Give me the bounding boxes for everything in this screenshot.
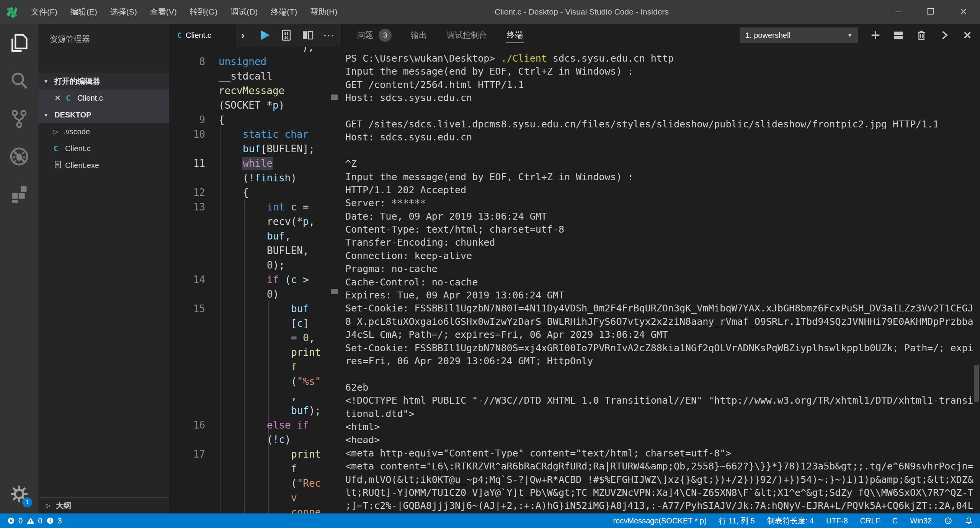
terminal-scrollbar[interactable] (974, 365, 979, 402)
token (285, 201, 291, 213)
line-number: 13 (169, 200, 205, 214)
panel-tab-输出[interactable]: 输出 (410, 24, 428, 47)
activity-bar-item-search[interactable] (0, 62, 38, 99)
status-item[interactable]: C (892, 517, 898, 525)
token: int (267, 201, 285, 213)
terminal-line: GET /sites/sdcs.live1.dpcms8.sysu.edu.cn… (345, 118, 980, 131)
status-warning-triangle[interactable]: 0 (26, 517, 42, 525)
scrollbar-marker[interactable] (331, 289, 338, 294)
code-text: print (291, 447, 321, 461)
status-item[interactable]: Win32 (910, 517, 932, 525)
terminal-line: <head> (345, 433, 980, 447)
minimize-button[interactable]: ─ (881, 0, 914, 24)
token: c (291, 201, 297, 213)
restore-button[interactable]: ❐ (914, 0, 947, 24)
close-panel-button[interactable] (962, 29, 973, 41)
code-editor[interactable]: );8unsigned__stdcallrecvMessage(SOCKET *… (169, 47, 341, 513)
open-editor-item-clientc[interactable]: ✕ C Client.c (38, 90, 169, 106)
menu-item[interactable]: 终端(T) (264, 0, 304, 24)
title-bar: 文件(F)编辑(E)选择(S)查看(V)转到(G)调试(D)终端(T)帮助(H)… (0, 0, 980, 24)
code-line: f (169, 360, 341, 374)
code-line: [c] (169, 316, 341, 331)
code-text: buf, (267, 229, 291, 243)
settings-badge: 1 (22, 497, 32, 507)
outline-section-header[interactable]: ▷ 大纲 (38, 497, 169, 513)
split-terminal-button[interactable] (893, 29, 904, 41)
panel-tab-调试控制台[interactable]: 调试控制台 (446, 24, 488, 47)
debug-disabled-icon (9, 147, 29, 166)
close-button[interactable]: ✕ (947, 0, 980, 24)
activity-bar-item-debug-disabled[interactable] (0, 137, 38, 175)
code-line: = 0, (169, 331, 341, 345)
panel-tab-label: 调试控制台 (446, 28, 488, 43)
open-editors-section-header[interactable]: ▾ 打开的编辑器 (38, 73, 169, 90)
terminal-line: lt;RUQt]-Y]OMM/TU1CZ0_V]aY@`Y]t_Pb\W&gt;… (345, 486, 980, 499)
file-item-Client.c[interactable]: CClient.c (38, 140, 169, 157)
status-error-circle[interactable]: 0 (7, 517, 23, 525)
split-editor-button[interactable] (302, 29, 314, 41)
new-terminal-button[interactable] (870, 29, 881, 41)
menu-item[interactable]: 编辑(E) (64, 0, 104, 24)
code-line: __stdcall (169, 69, 341, 83)
token: c (297, 318, 303, 329)
menu-item[interactable]: 查看(V) (144, 0, 183, 24)
line-number: 10 (169, 127, 205, 142)
settings-gear-button[interactable]: 1 (0, 477, 38, 511)
source-control-icon (9, 109, 29, 129)
code-text: print (291, 345, 321, 360)
menu-item[interactable]: 转到(G) (183, 0, 224, 24)
code-text: { (243, 185, 249, 200)
window-title: Client.c - Desktop - Visual Studio Code … (495, 0, 669, 24)
token: = (297, 201, 309, 213)
kill-terminal-trash-button[interactable] (916, 29, 927, 41)
maximize-panel-chevron-icon[interactable] (939, 29, 950, 41)
status-item[interactable]: recvMessage(SOCKET * p) (613, 517, 706, 525)
menu-item[interactable]: 调试(D) (224, 0, 264, 24)
close-file-icon[interactable]: ✕ (54, 93, 66, 103)
terminal-output[interactable]: PS C:\Users\wukan\Desktop> ./Client sdcs… (341, 47, 980, 513)
activity-bar-item-explorer[interactable] (0, 24, 38, 62)
file-item-.vscode[interactable]: ▷.vscode (38, 123, 169, 140)
terminal-line: Pragma: no-cache (345, 262, 980, 275)
file-label: Client.exe (65, 161, 99, 170)
status-item[interactable]: UTF-8 (826, 517, 848, 525)
panel-tab-问题[interactable]: 问题3 (356, 24, 392, 47)
panel-tab-终端[interactable]: 终端 (506, 24, 524, 47)
run-file-button[interactable] (259, 29, 271, 41)
status-smiley-button[interactable] (944, 517, 952, 525)
code-text: static char (243, 127, 309, 142)
scrollbar-marker[interactable] (331, 95, 338, 100)
file-item-Client.exe[interactable]: Client.exe (38, 157, 169, 174)
tab-clientc[interactable]: C Client.c (169, 24, 236, 47)
token: recv(* (267, 216, 303, 227)
terminal-line: <html> (345, 420, 980, 433)
workbench: 1 资源管理器 ▾ 打开的编辑器 ✕ C Client.c ▾ DESKTOP (0, 24, 980, 513)
status-item[interactable]: CRLF (860, 517, 880, 525)
token: print (291, 347, 321, 358)
status-item[interactable]: 制表符长度: 4 (767, 516, 814, 526)
menu-item[interactable]: 文件(F) (24, 0, 64, 24)
menu-item[interactable]: 帮助(H) (304, 0, 344, 24)
more-actions-button[interactable]: ⋯ (323, 29, 335, 41)
code-line: 17print (169, 447, 341, 461)
activity-bar-item-source-control[interactable] (0, 99, 38, 137)
code-text: (!c) (267, 432, 291, 447)
vscode-window: 文件(F)编辑(E)选择(S)查看(V)转到(G)调试(D)终端(T)帮助(H)… (0, 0, 980, 528)
menu-item[interactable]: 选择(S) (104, 0, 144, 24)
token: ); (309, 405, 321, 416)
status-item[interactable]: 行 11, 列 5 (719, 516, 755, 526)
chevron-right-icon[interactable]: › (241, 29, 245, 41)
token: (! (243, 172, 255, 184)
terminal-line: <!DOCTYPE html PUBLIC "-//W3C//DTD XHTML… (345, 394, 980, 407)
terminal-line: ^Z (345, 157, 980, 170)
code-line: buf[BUFLEN]; (169, 142, 341, 156)
terminal-select[interactable]: 1: powershell ▼ (740, 27, 858, 43)
activity-bar-item-extensions[interactable] (0, 175, 38, 213)
token: c (279, 434, 285, 445)
panel-tab-label: 输出 (410, 28, 428, 43)
explorer-tree: ▾ 打开的编辑器 ✕ C Client.c ▾ DESKTOP ▷.vscode… (38, 73, 169, 174)
status-bell-button[interactable] (965, 517, 973, 525)
binary-file-icon[interactable]: 01 10 (280, 29, 292, 41)
folder-section-header-desktop[interactable]: ▾ DESKTOP (38, 106, 169, 123)
status-info-circle[interactable]: 3 (46, 517, 62, 525)
